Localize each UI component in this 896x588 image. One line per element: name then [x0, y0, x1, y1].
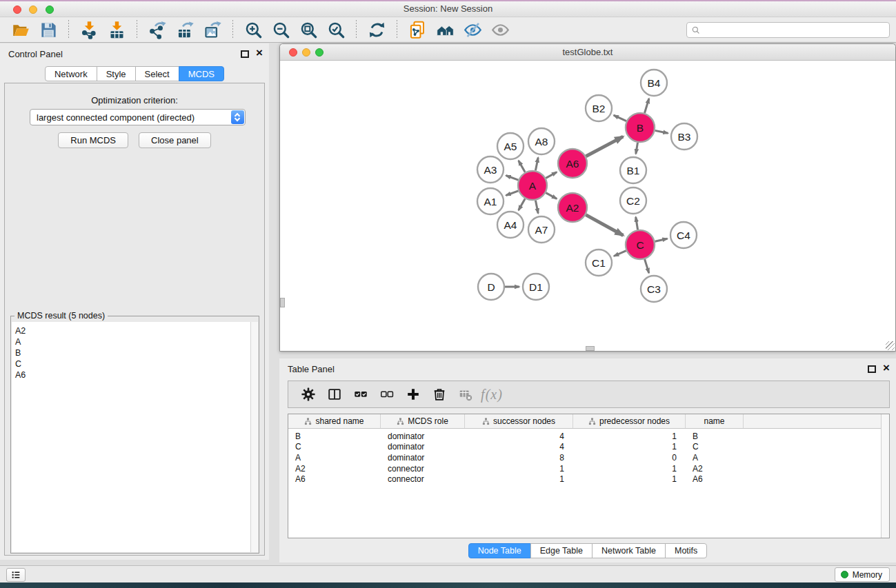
graph-node-C3[interactable]: C3	[641, 276, 667, 302]
graph-node-B[interactable]: B	[626, 113, 655, 142]
table-row-A6[interactable]: A6connector11A6	[288, 474, 881, 485]
dropdown-stepper-icon[interactable]	[231, 110, 244, 124]
open-session-button[interactable]	[10, 19, 31, 40]
clone-network-button[interactable]	[407, 19, 428, 40]
graph-edge-C-C1[interactable]	[614, 251, 626, 256]
graph-node-D1[interactable]: D1	[523, 274, 549, 300]
zoom-fit-button[interactable]	[298, 19, 319, 40]
create-column-button[interactable]	[401, 383, 426, 405]
graph-node-A3[interactable]: A3	[477, 156, 504, 183]
graph-edge-A-A4[interactable]	[519, 199, 526, 210]
graph-edge-A-A6[interactable]	[546, 172, 557, 179]
graph-node-B2[interactable]: B2	[586, 95, 612, 121]
table-cell[interactable]: 0	[573, 453, 686, 463]
zoom-selected-button[interactable]	[326, 19, 346, 40]
column-header-mcds-role[interactable]: MCDS role	[381, 414, 465, 428]
graph-edge-A-A7[interactable]	[535, 201, 538, 214]
table-settings-button[interactable]	[296, 383, 321, 405]
graph-node-A6[interactable]: A6	[558, 149, 587, 178]
table-cell[interactable]: 8	[465, 453, 573, 463]
graph-node-A4[interactable]: A4	[497, 212, 524, 238]
save-session-button[interactable]	[38, 19, 59, 40]
graph-node-C1[interactable]: C1	[586, 250, 612, 276]
network-graph[interactable]: B4B2BB3B1A5A8A6A3AA1A4A7A2C2C4CC1C3DD1	[280, 61, 895, 351]
close-panel-button[interactable]: Close panel	[139, 132, 211, 148]
minimize-traffic-light[interactable]	[29, 6, 37, 14]
delete-columns-button[interactable]	[427, 383, 452, 405]
table-row-B[interactable]: Bdominator41B	[288, 431, 881, 442]
import-network-button[interactable]	[79, 19, 99, 40]
graph-node-A1[interactable]: A1	[477, 188, 504, 214]
table-row-A2[interactable]: A2connector11A2	[288, 463, 881, 474]
table-cell[interactable]: 1	[573, 464, 686, 474]
network-horizontal-scrollbar-thumb[interactable]	[586, 346, 595, 351]
graph-edge-C-C3[interactable]	[645, 259, 649, 273]
search-input[interactable]	[704, 23, 886, 37]
float-panel-icon[interactable]	[241, 50, 249, 58]
table-cell[interactable]: dominator	[381, 453, 465, 463]
table-cell[interactable]: A2	[288, 464, 381, 474]
mcds-result-item[interactable]: A6	[12, 369, 250, 381]
graph-node-C2[interactable]: C2	[620, 187, 646, 214]
graph-node-B4[interactable]: B4	[641, 70, 667, 96]
graph-edge-A2-C[interactable]	[586, 215, 623, 236]
graph-node-A8[interactable]: A8	[528, 128, 555, 154]
search-field[interactable]	[686, 22, 890, 38]
table-cell[interactable]: connector	[381, 464, 465, 474]
table-cell[interactable]: A6	[686, 474, 744, 484]
table-vertical-scrollbar[interactable]	[881, 414, 889, 538]
toggle-panel-layout-button[interactable]	[322, 383, 347, 405]
table-cell[interactable]: A	[288, 453, 381, 463]
network-canvas[interactable]: B4B2BB3B1A5A8A6A3AA1A4A7A2C2C4CC1C3DD1	[280, 61, 895, 351]
tab-motifs[interactable]: Motifs	[665, 543, 707, 558]
tab-edge-table[interactable]: Edge Table	[530, 543, 593, 558]
table-cell[interactable]: 1	[465, 474, 573, 484]
graph-edge-B-B2[interactable]	[614, 115, 626, 121]
zoom-traffic-light[interactable]	[46, 6, 54, 14]
graph-node-A[interactable]: A	[518, 171, 547, 200]
network-overview-button[interactable]	[435, 19, 455, 40]
table-cell[interactable]: dominator	[381, 432, 465, 441]
network-zoom-traffic-light[interactable]	[315, 48, 323, 57]
export-table-button[interactable]	[175, 19, 195, 40]
network-vertical-scrollbar-thumb[interactable]	[280, 298, 285, 307]
tab-network[interactable]: Network	[45, 66, 97, 81]
graph-node-B3[interactable]: B3	[671, 123, 697, 150]
tab-mcds[interactable]: MCDS	[179, 66, 224, 81]
graph-node-A5[interactable]: A5	[497, 133, 524, 159]
graph-edge-C-C2[interactable]	[636, 217, 638, 230]
graph-node-A2[interactable]: A2	[558, 193, 587, 222]
close-panel-icon[interactable]: ×	[256, 47, 263, 59]
table-cell[interactable]: 4	[465, 442, 573, 452]
network-window-titlebar[interactable]: testGlobe.txt	[280, 44, 895, 61]
table-cell[interactable]: connector	[381, 474, 465, 484]
table-cell[interactable]: 1	[573, 474, 686, 484]
mcds-result-scrollbar[interactable]	[250, 322, 258, 552]
graph-edge-B-B1[interactable]	[636, 143, 638, 154]
graph-edge-A-A5[interactable]	[519, 161, 526, 172]
window-resize-grip[interactable]	[886, 341, 895, 350]
graph-node-A7[interactable]: A7	[528, 216, 555, 243]
graph-edge-A-A1[interactable]	[506, 191, 519, 196]
tab-select[interactable]: Select	[135, 66, 179, 81]
table-float-panel-icon[interactable]	[868, 365, 876, 373]
hide-all-columns-button[interactable]	[375, 383, 399, 405]
table-cell[interactable]: A	[686, 453, 744, 463]
table-cell[interactable]: 4	[465, 432, 573, 441]
close-traffic-light[interactable]	[13, 6, 21, 14]
export-image-button[interactable]	[202, 19, 223, 40]
tab-style[interactable]: Style	[97, 66, 136, 81]
mcds-result-item[interactable]: C	[12, 358, 250, 369]
graph-node-D[interactable]: D	[478, 274, 504, 300]
graph-node-C4[interactable]: C4	[670, 222, 697, 248]
graph-node-B1[interactable]: B1	[620, 157, 646, 183]
hide-graphics-details-button[interactable]	[462, 19, 483, 40]
run-mcds-button[interactable]: Run MCDS	[58, 132, 128, 148]
graph-edge-B-B4[interactable]	[645, 99, 649, 113]
show-all-columns-button[interactable]	[348, 383, 373, 405]
graph-edge-A-A8[interactable]	[535, 158, 538, 171]
table-cell[interactable]: C	[686, 442, 744, 452]
graph-edge-B-B3[interactable]	[655, 130, 668, 133]
mcds-result-list[interactable]: A2ABCA6	[12, 322, 250, 552]
memory-button[interactable]: Memory	[835, 567, 890, 582]
